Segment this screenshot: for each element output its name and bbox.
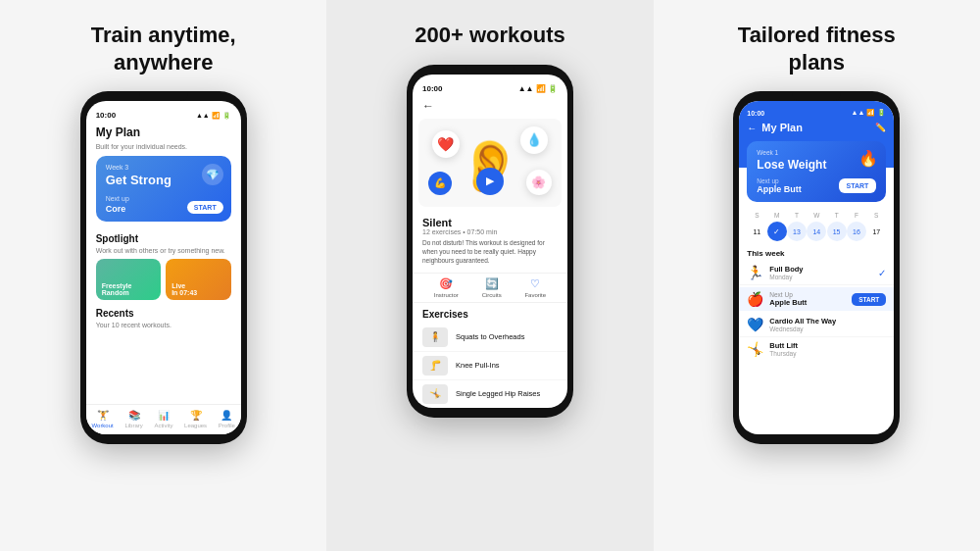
exercise-1[interactable]: 🧍 Squats to Overheads [413, 324, 567, 352]
circuits-icon: 🔄 [485, 277, 499, 290]
cardio-name: Cardio All The Way [769, 317, 886, 326]
butt-lift-icon: 🤸 [747, 341, 763, 357]
workout-title: Silent [422, 217, 558, 228]
exercise-3[interactable]: 🤸 Single Legged Hip Raises [413, 380, 567, 408]
cardio-info: Cardio All The Way Wednesday [769, 317, 886, 332]
screen-1: 10:00 ▲▲ 📶 🔋 My Plan Built for your indi… [86, 101, 241, 434]
exercise-1-img: 🧍 [422, 327, 448, 347]
notch-2 [466, 65, 514, 75]
screen-2: 10:00 ▲▲ 📶 🔋 ← ❤️ 👂 ▶ 💧 💪 🌸 [413, 75, 567, 408]
nav-leagues[interactable]: 🏆 Leagues [184, 410, 207, 428]
panel-workouts: 200+ workouts 10:00 ▲▲ 📶 🔋 ← ❤️ 👂 ▶ 💧 [326, 0, 653, 551]
spotlight-item-1-label: FreestyleRandom [102, 282, 132, 296]
bicep-badge: 💪 [428, 172, 452, 195]
leagues-icon: 🏆 [190, 410, 202, 421]
exercise-3-name: Single Legged Hip Raises [456, 389, 540, 398]
panel2-title: 200+ workouts [415, 22, 564, 49]
status-bar-1: 10:00 ▲▲ 📶 🔋 [86, 101, 241, 124]
workout-full-body[interactable]: 🏃 Full Body Monday ✓ [739, 261, 894, 285]
spotlight-label: Spotlight [86, 229, 241, 247]
screen-3: 10:00 ▲▲ 📶 🔋 ← My Plan ✏️ Week 1 Lose We… [739, 101, 894, 434]
bottom-nav-1: 🏋️ Workout 📚 Library 📊 Activity 🏆 League… [86, 404, 241, 434]
panel1-title: Train anytime,anywhere [91, 22, 236, 75]
spotlight-subtitle: Work out with others or try something ne… [86, 247, 241, 259]
back-icon-2[interactable]: ← [422, 99, 434, 113]
nav-profile[interactable]: 👤 Profile [219, 410, 235, 428]
plan-card-1[interactable]: Week 3 Get Strong 💎 Next up Core START [96, 156, 231, 222]
nav-profile-label: Profile [219, 423, 235, 428]
topbar-left: ← My Plan [747, 122, 803, 133]
next-up-title: Apple Butt [757, 184, 802, 194]
header-title-3: My Plan [761, 122, 803, 133]
cal-date-16: 16 [847, 222, 866, 241]
workout-cardio[interactable]: 💙 Cardio All The Way Wednesday [739, 313, 894, 337]
butt-lift-name: Butt Lift [769, 341, 886, 350]
heart-badge: ❤️ [432, 130, 460, 158]
apple-butt-start[interactable]: START [852, 293, 886, 306]
profile-icon: 👤 [220, 410, 232, 421]
cardio-icon: 💙 [747, 317, 763, 332]
start-btn-3[interactable]: START [839, 178, 877, 193]
screen1-subtitle: Built for your individual needs. [86, 143, 241, 156]
calendar-section: S M T W T F S 11 ✓ 13 14 15 16 [739, 208, 894, 245]
phone-1: 10:00 ▲▲ 📶 🔋 My Plan Built for your indi… [80, 91, 247, 444]
nav-activity[interactable]: 📊 Activity [154, 410, 172, 428]
apple-butt-name: Apple Butt [769, 298, 846, 307]
next-up-label: Next up [757, 177, 802, 184]
spotlight-item-live[interactable]: LiveIn 07:43 [166, 259, 231, 300]
activity-icon: 📊 [158, 410, 170, 421]
instructor-action[interactable]: 🎯 Instructor [434, 277, 459, 298]
nav-workout-label: Workout [91, 423, 113, 428]
full-body-info: Full Body Monday [769, 265, 872, 280]
spotlight-item-2-label: LiveIn 07:43 [172, 282, 197, 296]
workout-illustration: ❤️ 👂 ▶ 💧 💪 🌸 [418, 119, 562, 207]
circuits-action[interactable]: 🔄 Circuits [482, 277, 502, 298]
favorite-label: Favorite [524, 292, 546, 298]
full-body-icon: 🏃 [747, 265, 763, 280]
phone-2: 10:00 ▲▲ 📶 🔋 ← ❤️ 👂 ▶ 💧 💪 🌸 [407, 65, 573, 418]
spotlight-items: FreestyleRandom LiveIn 07:43 [86, 259, 241, 308]
exercise-1-name: Squats to Overheads [456, 332, 524, 341]
this-week-label: This week [739, 245, 894, 261]
wifi-icon-3: ▲▲ 📶 🔋 [852, 109, 887, 117]
screen1-header: My Plan [86, 124, 241, 143]
spotlight-item-freestyle[interactable]: FreestyleRandom [96, 259, 162, 300]
cal-day-s1: S [747, 212, 766, 219]
card-start-btn[interactable]: START [187, 201, 223, 214]
cal-date-13: 13 [787, 222, 807, 241]
panel-fitness-plans: Tailored fitnessplans 10:00 ▲▲ 📶 🔋 ← My … [654, 0, 980, 551]
edit-icon[interactable]: ✏️ [875, 123, 886, 132]
cal-date-11: 11 [747, 222, 766, 241]
workout-description: Do not disturb! This workout is designed… [422, 238, 558, 265]
apple-icon: 🍎 [747, 291, 763, 307]
instructor-icon: 🎯 [439, 277, 453, 290]
cal-date-check: ✓ [767, 222, 787, 241]
cal-date-14: 14 [807, 222, 826, 241]
exercises-title: Exercises [413, 309, 567, 324]
favorite-action[interactable]: ♡ Favorite [524, 277, 546, 298]
notch-1 [139, 91, 188, 101]
cal-date-17: 17 [866, 222, 886, 241]
nav-leagues-label: Leagues [184, 423, 207, 428]
water-badge: 💧 [520, 126, 548, 154]
wifi-icon-1: ▲▲ 📶 🔋 [196, 112, 231, 120]
exercise-2-name: Knee Pull-Ins [456, 361, 500, 370]
nav-workout[interactable]: 🏋️ Workout [91, 410, 113, 428]
flower-badge: 🌸 [526, 170, 552, 195]
butt-lift-day: Thursday [769, 350, 886, 357]
play-button[interactable]: ▶ [476, 168, 504, 195]
apple-butt-info: Next Up Apple Butt [769, 291, 846, 307]
exercise-2[interactable]: 🦵 Knee Pull-Ins [413, 352, 567, 380]
back-icon-3[interactable]: ← [747, 123, 757, 133]
topbar-3: ← My Plan ✏️ [739, 120, 894, 141]
lose-weight-card: Week 1 Lose Weight 🔥 Next up Apple Butt … [747, 141, 886, 202]
workout-apple-butt[interactable]: 🍎 Next Up Apple Butt START [739, 287, 894, 311]
nav-library[interactable]: 📚 Library [124, 410, 142, 428]
time-1: 10:00 [96, 111, 116, 120]
workout-actions: 🎯 Instructor 🔄 Circuits ♡ Favorite [413, 273, 567, 303]
topbar-2: ← [413, 97, 567, 119]
panel3-title: Tailored fitnessplans [738, 22, 896, 75]
workout-butt-lift[interactable]: 🤸 Butt Lift Thursday [739, 337, 894, 361]
library-icon: 📚 [128, 410, 140, 421]
full-body-day: Monday [769, 274, 872, 280]
